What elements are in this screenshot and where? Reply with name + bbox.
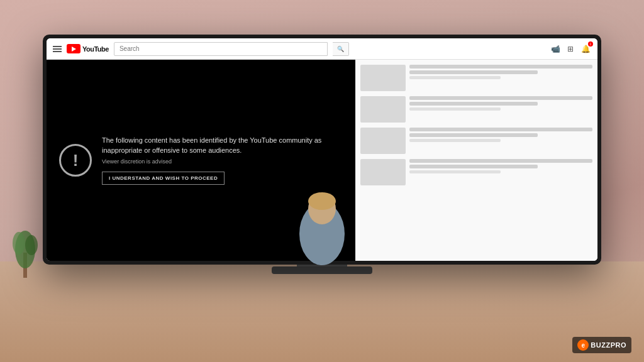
video-title-line-2 bbox=[409, 165, 538, 168]
video-info bbox=[409, 159, 592, 185]
header-actions: 📹 ⊞ 🔔 1 bbox=[550, 43, 591, 55]
video-info bbox=[409, 128, 592, 154]
person-silhouette bbox=[284, 190, 360, 274]
video-meta-line bbox=[409, 107, 501, 111]
warning-icon-circle: ! bbox=[59, 144, 92, 177]
search-icon: 🔍 bbox=[337, 46, 344, 52]
apps-button[interactable]: ⊞ bbox=[565, 43, 576, 55]
video-title-line-2 bbox=[409, 102, 538, 106]
warning-subtitle: Viewer discretion is advised bbox=[102, 158, 343, 165]
video-title-line bbox=[409, 159, 592, 163]
thumbnail bbox=[360, 128, 406, 154]
camera-button[interactable]: 📹 bbox=[550, 43, 561, 55]
video-title-line-2 bbox=[409, 70, 538, 74]
video-meta-line bbox=[409, 170, 501, 173]
thumbnail bbox=[360, 96, 406, 123]
warning-exclamation-icon: ! bbox=[73, 152, 79, 168]
ebuzzpro-icon: e bbox=[577, 339, 589, 351]
sidebar-item[interactable] bbox=[360, 159, 592, 185]
search-input[interactable] bbox=[114, 42, 328, 56]
sidebar-recommended bbox=[355, 60, 597, 261]
sidebar-item[interactable] bbox=[360, 128, 592, 154]
proceed-button[interactable]: I UNDERSTAND AND WISH TO PROCEED bbox=[102, 172, 225, 185]
youtube-logo: YouTube bbox=[67, 44, 109, 53]
youtube-header: YouTube 🔍 📹 ⊞ 🔔 1 bbox=[47, 38, 597, 60]
video-info bbox=[409, 65, 592, 91]
search-button[interactable]: 🔍 bbox=[333, 42, 349, 56]
video-title-line-2 bbox=[409, 133, 538, 137]
youtube-logo-icon bbox=[67, 44, 80, 53]
warning-title: The following content has been identifie… bbox=[102, 136, 343, 155]
thumbnail bbox=[360, 159, 406, 185]
video-title-line bbox=[409, 65, 592, 69]
video-meta-line bbox=[409, 139, 501, 142]
video-title-line bbox=[409, 128, 592, 131]
camera-icon: 📹 bbox=[551, 45, 560, 53]
apps-icon: ⊞ bbox=[567, 45, 574, 53]
video-info bbox=[409, 96, 592, 123]
notification-badge: 1 bbox=[588, 41, 593, 47]
video-meta-line bbox=[409, 76, 501, 79]
sidebar-item[interactable] bbox=[360, 65, 592, 91]
warning-text-area: The following content has been identifie… bbox=[102, 136, 343, 185]
notifications-button[interactable]: 🔔 1 bbox=[580, 43, 591, 55]
thumbnail bbox=[360, 65, 406, 91]
video-title-line bbox=[409, 96, 592, 100]
floor bbox=[0, 261, 644, 362]
sidebar-item[interactable] bbox=[360, 96, 592, 123]
hamburger-button[interactable] bbox=[53, 46, 62, 52]
brand-name: BUZZPRO bbox=[591, 341, 626, 349]
svg-point-5 bbox=[13, 232, 25, 255]
ebuzzpro-watermark: e BUZZPRO bbox=[572, 337, 631, 353]
youtube-logo-text: YouTube bbox=[82, 45, 109, 53]
svg-point-6 bbox=[25, 235, 38, 255]
svg-point-2 bbox=[308, 192, 336, 210]
plant-decoration-left bbox=[13, 221, 38, 280]
brand-icon-letter: e bbox=[582, 342, 586, 349]
